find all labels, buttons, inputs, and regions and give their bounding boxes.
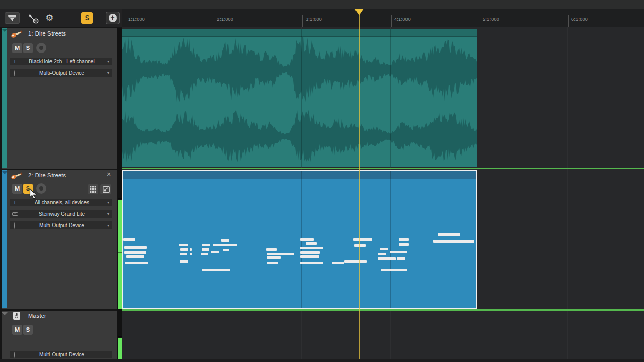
midi-note[interactable]	[354, 244, 366, 247]
track-name[interactable]: 1: Dire Streets	[28, 30, 66, 37]
mute-button[interactable]: M	[12, 43, 22, 53]
midi-note[interactable]	[390, 251, 407, 253]
tracks-filter-button[interactable]	[5, 12, 20, 24]
midi-note[interactable]	[381, 269, 407, 271]
midi-note[interactable]	[353, 238, 372, 241]
track-header-master[interactable]: Master M S Multi-Output Device	[2, 311, 117, 362]
midi-note[interactable]	[266, 248, 277, 251]
master-level-meter	[118, 338, 122, 362]
midi-note[interactable]	[438, 233, 460, 236]
guitar-icon	[10, 170, 24, 181]
midi-note[interactable]	[125, 262, 148, 264]
record-arm-button[interactable]	[36, 183, 46, 194]
midi-note[interactable]	[267, 256, 281, 259]
midi-note[interactable]	[179, 244, 188, 246]
dropdown-arrow-icon[interactable]: ▾	[104, 59, 112, 64]
midi-note[interactable]	[306, 242, 317, 245]
track-header-1[interactable]: 1: Dire Streets M S I BlackHole 2ch - Le…	[2, 28, 117, 169]
track-header-2[interactable]: 2: Dire Streets ✕ M S I All channels, al	[2, 170, 117, 309]
midi-note[interactable]	[267, 262, 278, 264]
midi-note[interactable]	[300, 247, 323, 249]
output-device-row[interactable]: Multi-Output Device ▾	[10, 69, 112, 77]
input-device-row[interactable]: I BlackHole 2ch - Left channel ▾	[10, 58, 112, 65]
midi-clip-header[interactable]	[123, 171, 476, 179]
dropdown-arrow-icon[interactable]: ▾	[104, 223, 112, 228]
mute-button[interactable]: M	[12, 184, 22, 194]
solo-button[interactable]: S	[23, 325, 33, 335]
bar-gridline	[479, 27, 479, 362]
midi-note[interactable]	[126, 255, 144, 258]
playhead-line[interactable]	[359, 9, 360, 362]
instrument-value: Steinway Grand Lite	[20, 211, 104, 217]
mute-button[interactable]: M	[12, 325, 22, 335]
dropdown-arrow-icon[interactable]: ▾	[104, 200, 112, 205]
midi-note[interactable]	[223, 249, 229, 251]
midi-note[interactable]	[180, 260, 188, 263]
output-circle-icon	[10, 71, 20, 76]
collapse-arrow-icon[interactable]	[2, 171, 8, 174]
dropdown-arrow-icon[interactable]: ▾	[104, 212, 112, 216]
midi-note[interactable]	[300, 251, 320, 254]
output-circle-icon	[10, 223, 20, 228]
track-name[interactable]: Master	[28, 313, 46, 319]
input-device-row[interactable]: I All channels, all devices ▾	[10, 199, 112, 206]
collapse-arrow-icon[interactable]	[2, 29, 8, 32]
timeline-ruler[interactable]: 1:1:0002:1:0003:1:0004:1:0005:1:0006:1:0…	[122, 9, 644, 27]
midi-note[interactable]	[300, 238, 314, 241]
midi-note[interactable]	[124, 246, 147, 249]
collapse-arrow-icon[interactable]	[2, 312, 8, 315]
audio-clip[interactable]	[122, 29, 477, 167]
record-arm-button[interactable]	[36, 43, 46, 53]
playhead-marker-icon[interactable]	[354, 9, 364, 15]
midi-note[interactable]	[211, 251, 219, 253]
midi-note[interactable]	[190, 248, 192, 251]
settings-gear-icon[interactable]: ⚙	[44, 12, 55, 24]
bar-gridline	[390, 29, 391, 167]
output-device-row[interactable]: Multi-Output Device ▾	[10, 221, 112, 229]
bottom-edge	[0, 359, 644, 362]
dropdown-arrow-icon[interactable]: ▾	[104, 71, 112, 75]
toolbar: ⚙ S +	[0, 9, 122, 28]
midi-note[interactable]	[332, 262, 344, 264]
tracks-filter-icon	[8, 14, 17, 22]
ruler-label: 4:1:000	[394, 16, 411, 22]
midi-note[interactable]	[202, 269, 230, 271]
midi-note[interactable]	[190, 253, 192, 255]
midi-note[interactable]	[202, 248, 209, 251]
midi-note[interactable]	[378, 257, 396, 260]
midi-note[interactable]	[399, 243, 409, 246]
midi-note[interactable]	[378, 253, 386, 255]
close-track-button[interactable]: ✕	[105, 171, 112, 178]
midi-note[interactable]	[380, 248, 388, 250]
midi-note[interactable]	[397, 257, 405, 260]
midi-note[interactable]	[124, 251, 146, 254]
midi-note[interactable]	[221, 239, 229, 242]
track-color-strip[interactable]	[2, 28, 7, 168]
solo-button[interactable]: S	[23, 43, 33, 53]
automation-button[interactable]	[27, 13, 40, 24]
midi-note[interactable]	[202, 244, 210, 246]
midi-note[interactable]	[300, 255, 319, 258]
popout-editor-button[interactable]	[100, 184, 111, 194]
add-track-button[interactable]: +	[106, 12, 120, 24]
midi-note[interactable]	[123, 238, 135, 241]
midi-note[interactable]	[344, 260, 367, 263]
ruler-bar-tick	[214, 15, 214, 27]
midi-note[interactable]	[213, 244, 237, 246]
output-circle-icon	[10, 352, 20, 357]
midi-clip[interactable]	[122, 170, 477, 309]
track-separator	[122, 309, 644, 311]
output-device-row[interactable]: Multi-Output Device	[10, 351, 112, 358]
track-name[interactable]: 2: Dire Streets	[28, 172, 66, 178]
global-solo-button[interactable]: S	[81, 12, 93, 24]
midi-note[interactable]	[180, 248, 188, 251]
midi-note[interactable]	[180, 253, 187, 255]
midi-note[interactable]	[201, 253, 208, 255]
midi-note[interactable]	[300, 262, 323, 264]
midi-grid-button[interactable]	[88, 184, 98, 194]
midi-note[interactable]	[267, 253, 294, 255]
midi-note[interactable]	[399, 238, 409, 241]
instrument-row[interactable]: Steinway Grand Lite ▾	[10, 210, 112, 218]
midi-note[interactable]	[433, 240, 474, 243]
track-color-strip[interactable]	[2, 170, 7, 308]
